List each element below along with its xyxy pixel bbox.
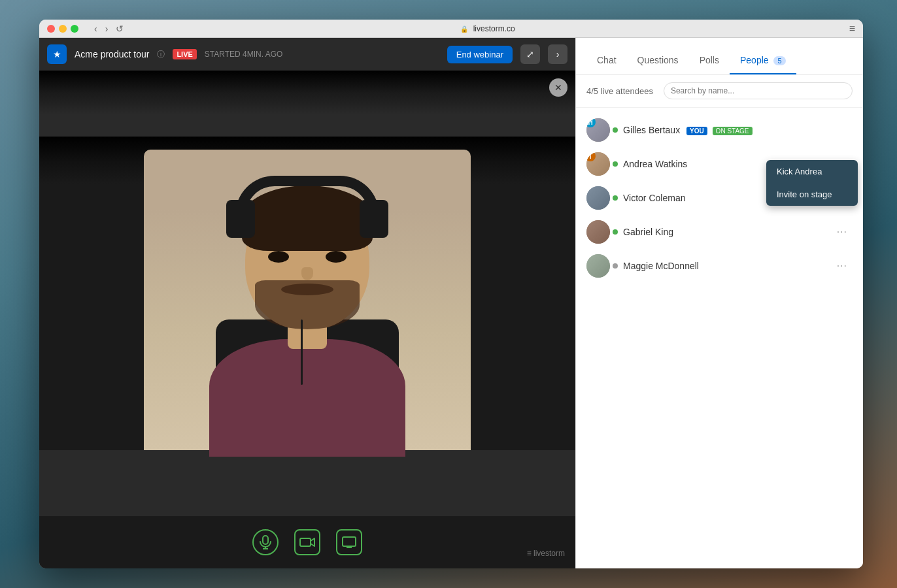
traffic-lights (47, 25, 78, 33)
person-name-gilles: Gilles Bertaux YOU ON STAGE (623, 125, 853, 135)
fullscreen-traffic-light[interactable] (71, 25, 78, 33)
next-button[interactable]: › (548, 44, 567, 64)
tab-questions[interactable]: Questions (627, 47, 689, 74)
live-badge: LIVE (173, 49, 196, 59)
video-stream (39, 71, 575, 516)
lock-icon: 🔒 (460, 25, 468, 33)
attendees-count: 4/5 live attendees (586, 86, 653, 96)
search-box (664, 82, 853, 99)
context-invite-andrea[interactable]: Invite on stage (766, 183, 858, 206)
titlebar-navigation: ‹ › ↺ (92, 22, 126, 35)
person-name-maggie: Maggie McDonnell (623, 261, 832, 271)
camera-button[interactable] (294, 529, 320, 555)
svg-rect-3 (300, 538, 311, 546)
person-name-gabriel: Gabriel King (623, 227, 832, 237)
video-controls: ≡ livestorm (39, 516, 575, 568)
status-dot-maggie (613, 263, 618, 269)
search-input[interactable] (664, 82, 853, 99)
you-badge-gilles: YOU (686, 127, 707, 135)
expand-button[interactable]: ⤢ (520, 44, 540, 64)
back-button[interactable]: ‹ (92, 22, 100, 35)
close-traffic-light[interactable] (47, 25, 55, 33)
tab-bar: Chat Questions Polls People 5 (576, 38, 863, 74)
url-text: livestorm.co (473, 24, 515, 33)
avatar-andrea: T (586, 152, 610, 176)
main-content: ★ Acme product tour ⓘ LIVE STARTED 4MIN.… (39, 38, 863, 568)
right-panel: Chat Questions Polls People 5 4/5 live a… (575, 38, 863, 568)
avatar-victor (586, 186, 610, 210)
people-count-badge: 5 (773, 56, 785, 65)
livestorm-watermark: ≡ livestorm (527, 549, 565, 558)
titlebar: ‹ › ↺ 🔒 livestorm.co ≡ (39, 20, 863, 38)
people-list: H Gilles Bertaux YOU ON STAGE T (576, 108, 863, 568)
info-icon[interactable]: ⓘ (157, 49, 165, 60)
status-dot-gilles (613, 127, 618, 133)
video-close-button[interactable]: ✕ (549, 78, 567, 97)
avatar-maggie (586, 254, 610, 278)
more-button-maggie[interactable]: ··· (832, 257, 853, 274)
svg-rect-0 (263, 536, 268, 544)
onstage-badge-gilles: ON STAGE (713, 127, 753, 135)
context-kick-andrea[interactable]: Kick Andrea (766, 160, 858, 183)
mic-button[interactable] (252, 529, 279, 555)
video-area: ✕ (39, 71, 575, 516)
tab-chat[interactable]: Chat (586, 47, 627, 74)
person-row-maggie[interactable]: Maggie McDonnell ··· (576, 249, 863, 283)
context-menu-andrea: Kick Andrea Invite on stage (766, 160, 858, 206)
webinar-logo: ★ (47, 44, 67, 64)
status-dot-gabriel (613, 229, 618, 235)
video-panel: ★ Acme product tour ⓘ LIVE STARTED 4MIN.… (39, 38, 575, 568)
screen-share-button[interactable] (336, 529, 362, 555)
end-webinar-button[interactable]: End webinar (447, 46, 513, 63)
avatar-gilles: H (586, 118, 610, 142)
app-window: ‹ › ↺ 🔒 livestorm.co ≡ ★ Acme product to… (39, 20, 863, 568)
started-text: STARTED 4MIN. AGO (205, 50, 283, 59)
svg-rect-4 (343, 537, 356, 546)
more-button-gabriel[interactable]: ··· (832, 223, 853, 240)
url-bar[interactable]: 🔒 livestorm.co (131, 24, 843, 33)
video-header: ★ Acme product tour ⓘ LIVE STARTED 4MIN.… (39, 38, 575, 71)
person-row-gilles[interactable]: H Gilles Bertaux YOU ON STAGE (576, 113, 863, 147)
avatar-gabriel (586, 220, 610, 244)
tab-people[interactable]: People 5 (730, 47, 796, 74)
forward-button[interactable]: › (103, 22, 111, 35)
status-dot-andrea (613, 161, 618, 167)
webinar-title: Acme product tour (75, 49, 149, 59)
minimize-traffic-light[interactable] (59, 25, 67, 33)
person-row-andrea[interactable]: T Andrea Watkins ··· Kick Andrea Invite … (576, 147, 863, 181)
status-dot-victor (613, 195, 618, 201)
person-row-gabriel[interactable]: Gabriel King ··· (576, 215, 863, 249)
refresh-button[interactable]: ↺ (113, 22, 126, 35)
panel-header: 4/5 live attendees (576, 74, 863, 108)
menu-icon[interactable]: ≡ (849, 23, 855, 35)
tab-polls[interactable]: Polls (689, 47, 730, 74)
